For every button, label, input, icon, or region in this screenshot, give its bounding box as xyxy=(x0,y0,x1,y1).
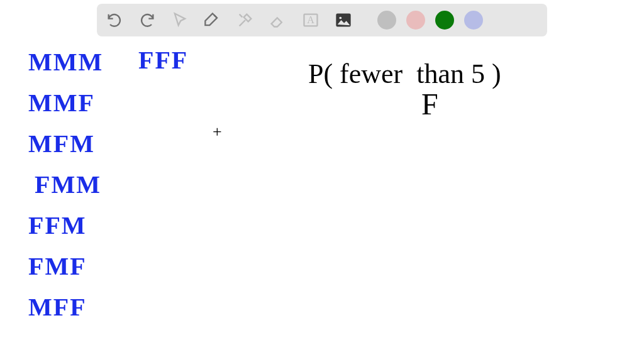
pointer-icon[interactable] xyxy=(169,9,191,31)
tools-icon[interactable] xyxy=(234,9,257,31)
eraser-icon[interactable] xyxy=(267,9,289,31)
outcome-text: FFF xyxy=(138,45,188,75)
outcome-text: MFM xyxy=(28,129,95,158)
undo-icon[interactable] xyxy=(103,9,126,31)
outcome-text: FFM xyxy=(28,211,87,240)
outcome-text: MMF xyxy=(28,88,95,118)
drawing-toolbar: A xyxy=(97,4,547,36)
outcome-text: MMM xyxy=(28,47,103,77)
color-lilac-swatch[interactable] xyxy=(464,11,483,30)
image-icon[interactable] xyxy=(332,9,355,31)
pen-icon[interactable] xyxy=(201,9,224,31)
outcome-text: MFF xyxy=(28,292,87,322)
svg-point-2 xyxy=(339,17,341,19)
crosshair-cursor-icon: + xyxy=(213,123,222,141)
outcome-text: FMF xyxy=(28,251,87,281)
color-pink-swatch[interactable] xyxy=(406,11,425,30)
formula-line-2: F xyxy=(421,87,438,121)
textbox-icon[interactable]: A xyxy=(299,9,322,31)
color-gray-swatch[interactable] xyxy=(377,11,396,30)
color-green-swatch[interactable] xyxy=(435,11,454,30)
textbox-a-label: A xyxy=(307,14,314,26)
formula-line-1: P( fewer than 5 ) xyxy=(308,58,501,90)
redo-icon[interactable] xyxy=(136,9,158,31)
outcome-text: FMM xyxy=(35,170,101,199)
